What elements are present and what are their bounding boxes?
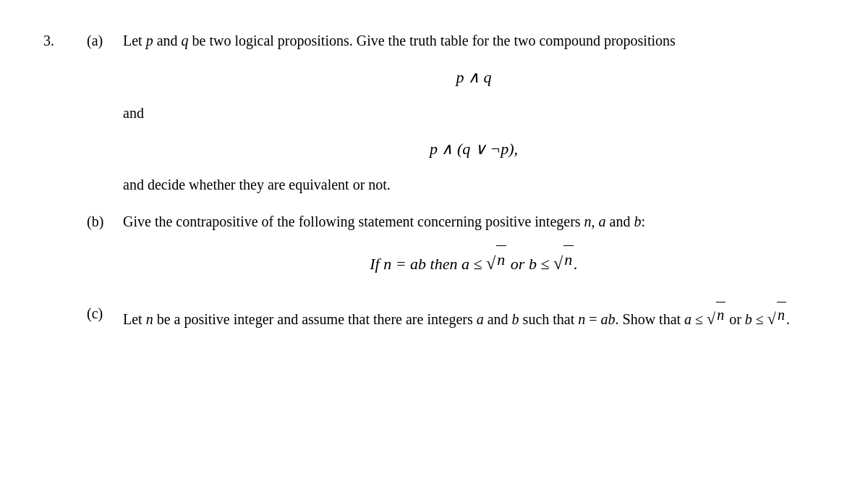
part-a-conclusion: and decide whether they are equivalent o… (123, 173, 825, 197)
problem-container: 3. (a) Let p and q be two logical propos… (43, 29, 825, 344)
sqrt-content-1: n (496, 245, 506, 272)
sqrt-n-1: √n (486, 245, 506, 272)
part-b-formula: If n = ab then a ≤ √n or b ≤ √n . (123, 245, 825, 276)
sqrt-n-2: √n (553, 245, 574, 272)
part-a-content: Let p and q be two logical propositions.… (123, 29, 825, 197)
sqrt-symbol-2: √ (553, 255, 563, 272)
part-a-and: and (123, 101, 825, 124)
formula-p-and-q-neg-text: p ∧ (q ∨ ¬p), (430, 140, 518, 158)
part-b-content: Give the contrapositive of the following… (123, 210, 825, 288)
part-c-label: (c) (87, 302, 123, 325)
sqrt-symbol-4: √ (767, 311, 776, 327)
formula-p-and-q-text: p ∧ q (456, 68, 492, 86)
part-b-text: Give the contrapositive of the following… (123, 210, 825, 234)
part-b-label: (b) (87, 210, 123, 233)
problem-3: 3. (a) Let p and q be two logical propos… (43, 29, 825, 344)
part-a-intro: Let p and q be two logical propositions.… (123, 29, 825, 53)
sqrt-content-3: n (716, 302, 726, 327)
sqrt-symbol-1: √ (486, 255, 495, 272)
sqrt-n-4: √n (767, 302, 786, 327)
formula-p-and-q: p ∧ q (123, 64, 825, 90)
part-b-formula-text: If n = ab then a ≤ √n or b ≤ √n . (370, 255, 577, 273)
formula-p-and-q-neg: p ∧ (q ∨ ¬p), (123, 136, 825, 161)
part-b: (b) Give the contrapositive of the follo… (87, 210, 825, 288)
parts-container: (a) Let p and q be two logical propositi… (87, 29, 825, 344)
problem-number-label: 3. (43, 29, 87, 52)
sqrt-content-2: n (563, 245, 574, 272)
sqrt-content-4: n (777, 302, 786, 327)
part-a-label: (a) (87, 29, 123, 52)
sqrt-n-3: √n (707, 302, 726, 327)
part-c-text: Let n be a positive integer and assume t… (123, 302, 825, 331)
part-a: (a) Let p and q be two logical propositi… (87, 29, 825, 197)
sqrt-symbol-3: √ (707, 311, 715, 327)
part-c: (c) Let n be a positive integer and assu… (87, 302, 825, 331)
part-c-content: Let n be a positive integer and assume t… (123, 302, 825, 331)
